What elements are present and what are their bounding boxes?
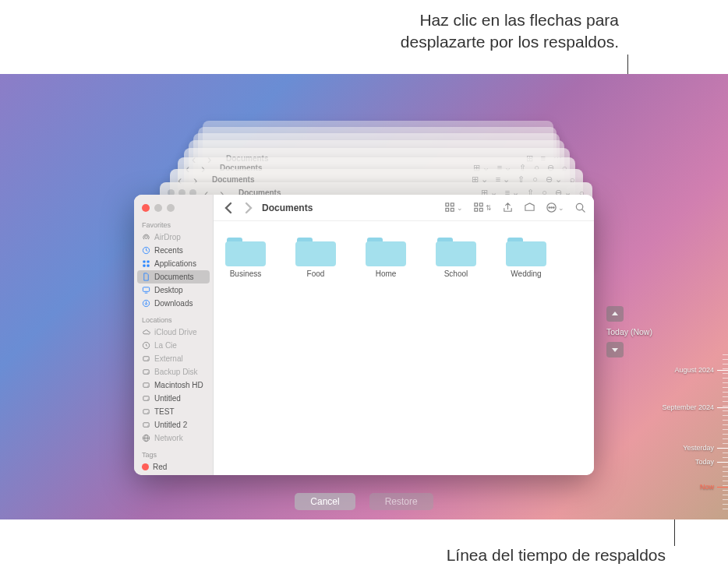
- svg-point-0: [145, 236, 148, 239]
- folder-label: Business: [230, 269, 262, 278]
- sidebar-item-airdrop[interactable]: AirDrop: [134, 231, 213, 244]
- sidebar-item-backup-disk[interactable]: Backup Disk: [134, 365, 213, 379]
- sidebar-tag-red[interactable]: Red: [134, 460, 213, 474]
- timeline-tick: [723, 382, 728, 383]
- action-menu-button[interactable]: ⌄: [545, 202, 564, 214]
- hdd-icon: [142, 381, 150, 389]
- annotation-arrows-callout: Haz clic en las flechas para desplazarte…: [401, 9, 619, 54]
- sidebar-item-label: Recents: [154, 246, 183, 255]
- sidebar-item-downloads[interactable]: Downloads: [134, 297, 213, 310]
- sidebar-section-tags: Tags: [134, 448, 213, 460]
- sidebar-item-la-cie[interactable]: La Cie: [134, 339, 213, 352]
- timeline-major-tick: [717, 407, 728, 408]
- sidebar-section-favorites: Favorites: [134, 218, 213, 231]
- timeline-tick: [723, 457, 728, 458]
- svg-rect-30: [479, 203, 482, 206]
- svg-rect-2: [143, 260, 145, 262]
- timeline-label[interactable]: August 2024: [674, 366, 714, 374]
- sidebar-tag-label: Red: [153, 463, 167, 471]
- timeline-major-tick: [717, 487, 728, 488]
- view-mode-button[interactable]: ⌄: [444, 202, 463, 214]
- sidebar-item-network[interactable]: Network: [134, 431, 213, 445]
- timemachine-prev-button[interactable]: [606, 306, 624, 322]
- timeline-tick: [723, 434, 728, 435]
- sidebar-item-label: Backup Disk: [154, 368, 198, 376]
- sidebar-item-macintosh-hd[interactable]: Macintosh HD: [134, 379, 213, 392]
- sidebar-item-applications[interactable]: Applications: [134, 257, 213, 270]
- timeline-label[interactable]: September 2024: [662, 403, 714, 411]
- timeline-tick: [723, 364, 728, 364]
- timeline-label[interactable]: Now: [700, 483, 714, 491]
- doc-icon: [142, 273, 150, 281]
- svg-point-34: [548, 207, 550, 209]
- finder-toolbar: Documents ⌄ ⇅: [214, 195, 594, 221]
- svg-point-21: [147, 425, 148, 426]
- timeline-tick: [723, 368, 728, 369]
- sidebar-item-label: iCloud Drive: [154, 328, 196, 336]
- timeline-tick: [723, 396, 728, 397]
- cloud-icon: [142, 328, 150, 336]
- search-button[interactable]: [574, 202, 586, 214]
- folder-business[interactable]: Business: [221, 235, 270, 278]
- timeline-tick: [723, 359, 728, 360]
- external-icon: [142, 354, 150, 363]
- folder-home[interactable]: Home: [362, 235, 410, 278]
- timeline-tick: [723, 471, 728, 472]
- folder-school[interactable]: School: [432, 235, 480, 278]
- sidebar-item-untitled-2[interactable]: Untitled 2: [134, 418, 213, 431]
- sidebar-item-label: Applications: [154, 259, 196, 268]
- sidebar-item-label: Untitled: [154, 394, 181, 403]
- finder-main: Documents ⌄ ⇅: [214, 195, 594, 475]
- restore-button[interactable]: Restore: [369, 493, 433, 510]
- tag-button[interactable]: [523, 202, 535, 214]
- timeline-tick: [723, 401, 728, 402]
- clock-icon: [142, 246, 150, 255]
- sidebar-item-desktop[interactable]: Desktop: [134, 283, 213, 297]
- timeline-tick: [723, 420, 728, 421]
- chevron-down-icon: ⌄: [457, 204, 463, 212]
- window-controls: [134, 199, 213, 215]
- close-button[interactable]: [142, 204, 150, 212]
- timeline-label[interactable]: Yesterday: [683, 444, 714, 452]
- svg-rect-27: [445, 208, 448, 211]
- folder-food[interactable]: Food: [292, 235, 340, 278]
- folder-icon: [295, 235, 336, 266]
- timeline-tick: [723, 429, 728, 430]
- sidebar-item-documents[interactable]: Documents: [137, 270, 210, 283]
- annotation-timeline-text: Línea del tiempo de respaldos: [447, 546, 666, 564]
- folder-label: School: [444, 269, 468, 278]
- breadcrumb-title: Documents: [262, 202, 313, 213]
- timemachine-next-button[interactable]: [606, 342, 624, 357]
- svg-rect-26: [451, 203, 454, 206]
- chevron-updown-icon: ⇅: [486, 204, 492, 212]
- svg-line-38: [581, 210, 584, 212]
- timeline-tick: [723, 481, 728, 481]
- nav-forward-button[interactable]: [242, 201, 256, 215]
- sidebar-item-untitled[interactable]: Untitled: [134, 392, 213, 405]
- cancel-button[interactable]: Cancel: [295, 493, 355, 510]
- annotation-arrows-text: Haz clic en las flechas para desplazarte…: [401, 9, 619, 54]
- svg-point-35: [550, 207, 552, 209]
- svg-point-15: [147, 386, 148, 386]
- sidebar-item-test[interactable]: TEST: [134, 405, 213, 418]
- sidebar-item-label: La Cie: [154, 341, 177, 350]
- minimize-button[interactable]: [154, 204, 162, 212]
- sidebar-item-icloud-drive[interactable]: iCloud Drive: [134, 326, 213, 339]
- svg-rect-12: [143, 370, 149, 375]
- svg-rect-16: [143, 396, 149, 401]
- group-by-button[interactable]: ⇅: [472, 202, 492, 214]
- svg-rect-29: [474, 203, 477, 206]
- timeline-tick: [723, 476, 728, 477]
- sidebar-item-external[interactable]: External: [134, 352, 213, 365]
- timeline-label[interactable]: Today: [695, 458, 714, 466]
- sidebar-item-recents[interactable]: Recents: [134, 244, 213, 257]
- folder-wedding[interactable]: Wedding: [502, 235, 550, 278]
- nav-back-button[interactable]: [221, 201, 235, 215]
- external-icon: [142, 368, 150, 376]
- maximize-button[interactable]: [167, 204, 175, 212]
- folder-icon: [225, 235, 266, 266]
- svg-rect-25: [445, 203, 448, 206]
- timeline-tick: [723, 354, 728, 355]
- share-button[interactable]: [501, 202, 514, 214]
- finder-content[interactable]: BusinessFoodHomeSchoolWedding: [214, 221, 594, 475]
